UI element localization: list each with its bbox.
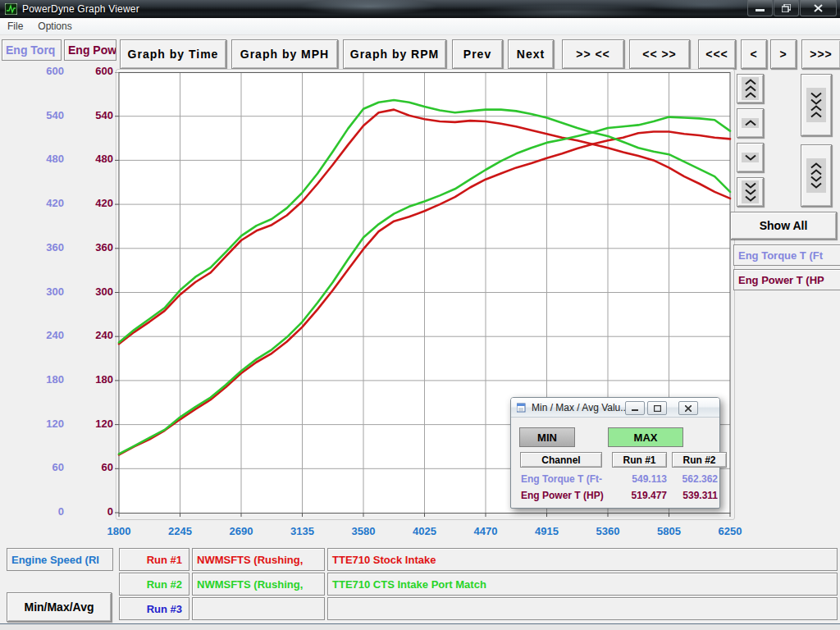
y-tick-300: 300 — [74, 286, 113, 298]
run1-source-field[interactable]: NWMSFTS (Rushing, — [192, 548, 325, 571]
minmaxavg-button[interactable]: Min/Max/Avg — [7, 592, 112, 622]
x-axis-channel-box[interactable]: Engine Speed (RI — [7, 548, 113, 571]
y-tick-300: 300 — [25, 286, 64, 298]
expand-vertical-button[interactable] — [801, 144, 832, 207]
minmax-values-window[interactable]: Min / Max / Avg Valu... MIN MAX Channel … — [510, 397, 720, 509]
minmax-minimize-icon[interactable] — [625, 401, 645, 415]
toolbar-button-[interactable]: << >> — [629, 39, 690, 69]
minmax-row-channel-2: Eng Power T (HP) — [521, 490, 609, 501]
minmax-row-run2-value-1: 562.362 — [672, 473, 718, 485]
minmax-maximize-icon[interactable] — [647, 401, 667, 415]
x-tick-2245: 2245 — [156, 525, 205, 537]
channel-toggle-torque-label: Eng Torq — [6, 43, 55, 57]
title-bar[interactable]: PowerDyne Graph Viewer — [0, 0, 840, 18]
menu-options[interactable]: Options — [30, 21, 79, 32]
toolbar-button-[interactable]: > — [770, 39, 797, 69]
menu-file[interactable]: File — [0, 21, 30, 32]
minmaxavg-button-label: Min/Max/Avg — [24, 600, 94, 614]
minimize-icon[interactable] — [747, 0, 773, 16]
channel-toggle-power[interactable]: Eng Powe — [64, 39, 116, 61]
channel-toggle-power-label: Eng Powe — [68, 43, 116, 57]
y-tick-0: 0 — [74, 506, 113, 518]
scroll-up-button[interactable] — [737, 108, 764, 138]
minmax-row-run2-value-2: 539.311 — [672, 490, 718, 501]
max-button[interactable]: MAX — [608, 427, 683, 447]
x-tick-4915: 4915 — [523, 525, 572, 537]
run2-source-field[interactable]: NWMSFTS (Rushing, — [192, 573, 325, 596]
scroll-top-icon — [742, 77, 759, 100]
legend-torque-label: Eng Torque T (Ft — [738, 249, 823, 262]
y-tick-540: 540 — [25, 110, 64, 121]
x-tick-4470: 4470 — [461, 525, 510, 537]
restore-icon[interactable] — [774, 0, 799, 16]
max-button-label: MAX — [634, 431, 658, 444]
y-tick-420: 420 — [25, 198, 64, 209]
y-tick-360: 360 — [74, 242, 113, 253]
minmax-caption-buttons — [623, 401, 698, 415]
y-tick-420: 420 — [74, 198, 113, 209]
y-tick-120: 120 — [25, 418, 64, 430]
min-button-label: MIN — [537, 431, 557, 444]
scroll-bottom-icon — [742, 180, 759, 203]
minmax-row-channel-1: Eng Torque T (Ft- — [521, 473, 609, 485]
run3-source-field[interactable] — [192, 597, 325, 620]
x-axis-channel-label: Engine Speed (RI — [11, 554, 99, 566]
run2-label[interactable]: Run #2 — [119, 573, 189, 596]
toolbar-button-[interactable]: >>> — [801, 39, 840, 69]
y-tick-60: 60 — [74, 462, 113, 473]
close-icon[interactable] — [800, 0, 837, 16]
y-tick-480: 480 — [74, 153, 113, 165]
toolbar-button-prev[interactable]: Prev — [452, 39, 503, 69]
toolbar-button-next[interactable]: Next — [508, 39, 554, 69]
show-all-button[interactable]: Show All — [730, 212, 837, 240]
scroll-top-button[interactable] — [737, 74, 764, 103]
caption-buttons — [746, 0, 837, 16]
y-tick-60: 60 — [25, 462, 64, 473]
run1-description-field[interactable]: TTE710 Stock Intake — [327, 548, 838, 571]
menu-bar: File Options — [0, 18, 840, 35]
minmax-close-icon[interactable] — [678, 401, 698, 415]
scroll-bottom-button[interactable] — [737, 177, 764, 207]
minmax-header-run1: Run #1 — [612, 452, 667, 468]
toolbar-button-graph-by-mph[interactable]: Graph by MPH — [231, 39, 338, 69]
min-button[interactable]: MIN — [519, 427, 575, 447]
toolbar-button-[interactable]: >> << — [562, 39, 624, 69]
y-tick-120: 120 — [74, 418, 113, 430]
minmax-row-run1-value-1: 549.113 — [612, 473, 667, 485]
run2-description-field[interactable]: TTE710 CTS Intake Port Match — [327, 573, 838, 596]
scroll-down-button[interactable] — [737, 143, 764, 172]
channel-toggle-torque[interactable]: Eng Torq — [2, 39, 62, 61]
scroll-up-icon — [742, 118, 759, 128]
y-tick-240: 240 — [74, 330, 113, 341]
legend-power-channel[interactable]: Eng Power T (HP — [733, 269, 840, 290]
x-tick-5360: 5360 — [583, 525, 632, 537]
minmax-row-run1-value-2: 519.477 — [612, 490, 667, 501]
run1-label[interactable]: Run #1 — [119, 548, 189, 571]
y-tick-480: 480 — [25, 153, 64, 165]
run3-label[interactable]: Run #3 — [119, 597, 189, 620]
collapse-vertical-button[interactable] — [801, 74, 832, 136]
minmax-title-bar[interactable]: Min / Max / Avg Valu... — [511, 398, 719, 418]
toolbar-button-graph-by-time[interactable]: Graph by Time — [120, 39, 226, 69]
window-title: PowerDyne Graph Viewer — [22, 3, 139, 15]
y-tick-240: 240 — [25, 330, 64, 341]
x-tick-2690: 2690 — [217, 525, 266, 537]
y-tick-600: 600 — [25, 66, 64, 77]
y-tick-0: 0 — [25, 506, 64, 518]
x-tick-3580: 3580 — [339, 525, 388, 537]
y-tick-180: 180 — [25, 374, 64, 386]
x-tick-4025: 4025 — [400, 525, 450, 537]
x-tick-5805: 5805 — [645, 525, 694, 537]
run3-description-field[interactable] — [327, 597, 838, 620]
y-tick-600: 600 — [74, 66, 113, 77]
toolbar-button-graph-by-rpm[interactable]: Graph by RPM — [343, 39, 446, 69]
minmax-window-title: Min / Max / Avg Valu... — [532, 402, 628, 413]
legend-torque-channel[interactable]: Eng Torque T (Ft — [733, 244, 840, 266]
scroll-down-icon — [742, 153, 759, 162]
toolbar-button-[interactable]: < — [741, 39, 767, 69]
toolbar-button-[interactable]: <<< — [698, 39, 736, 69]
x-tick-3135: 3135 — [278, 525, 327, 537]
y-tick-540: 540 — [74, 110, 113, 121]
y-tick-180: 180 — [74, 374, 113, 386]
show-all-label: Show All — [760, 219, 808, 232]
